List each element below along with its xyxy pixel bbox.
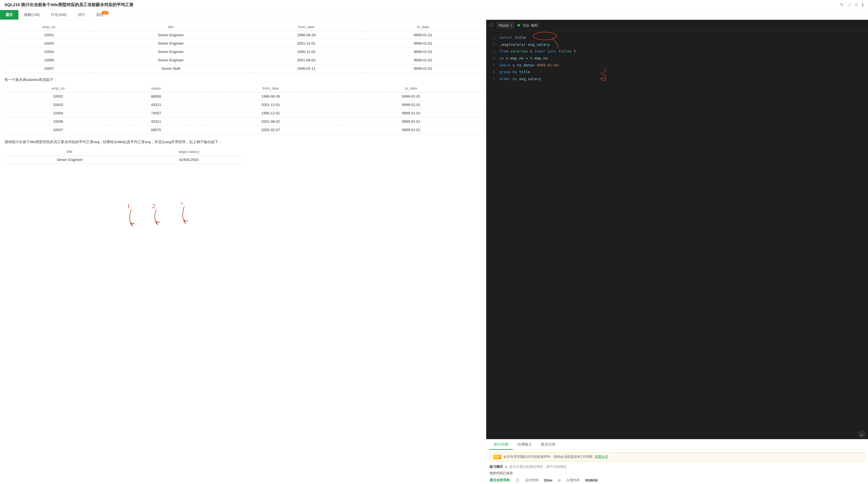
result-time-label: 运行时间 <box>525 478 538 483</box>
result-row: 通过全部用例 🕐 运行时间 32ms ⊞ 占用内存 6536KB <box>486 477 868 484</box>
col-to-date: to_date <box>365 23 482 31</box>
col-from-date: from_date <box>248 23 365 31</box>
code-line: 1select title <box>491 34 864 41</box>
left-panel: emp_no title from_date to_date 10001Seni… <box>0 20 486 484</box>
share-icon[interactable]: ⎋ <box>855 2 858 7</box>
edit-icon[interactable]: ✎ <box>840 2 843 7</box>
col2-emp-no: emp_no <box>4 85 112 92</box>
line-code: group by title <box>500 69 530 75</box>
col-title: title <box>93 23 248 31</box>
practice-tip: 提示未通过的测试用例，便于代码调试 <box>509 464 566 469</box>
saved-text: 您的代码已保存 <box>490 471 513 475</box>
result-time-value: 32ms <box>544 478 553 482</box>
result-mem-value: 6536KB <box>585 478 597 482</box>
col2-to-date: to_date <box>341 85 481 92</box>
toggle-icon[interactable]: ▾ <box>505 465 507 469</box>
new-badge: new <box>101 11 108 14</box>
tab-question[interactable]: 题目 <box>0 10 19 20</box>
table3: title avg(s.salary) Senior Engineer62409… <box>4 148 243 164</box>
table-row: 10006433112001-08-029999-01-01 <box>4 118 482 126</box>
chevron-down-icon: ▾ <box>510 24 512 27</box>
db-name: Mysql <box>499 23 508 27</box>
description: 请你统计出各个title类型对应的员工薪水对应的平均工资avg，结果给出titl… <box>4 139 482 145</box>
svg-text:2: 2 <box>152 202 155 209</box>
tab-submit-history[interactable]: 提交记录 <box>536 440 560 450</box>
code-line: 5where s.to_date='9999-01-01' <box>491 62 864 69</box>
line-code: from salaries s inner join titles t <box>500 48 576 55</box>
line-code: on s.emp_no = t.emp_no <box>500 55 548 62</box>
chevron-down-icon[interactable]: ⌄ <box>858 430 866 438</box>
main-layout: emp_no title from_date to_date 10001Seni… <box>0 20 868 484</box>
vip-banner: VIP 会员专享判题队列为您提速90%，您的会员权益还有1天到期 续费会员 <box>490 452 865 461</box>
table-row: 10004740571995-12-019999-01-01 <box>4 109 482 118</box>
star-icon[interactable]: ☆ <box>847 2 851 7</box>
result-mem-label: 占用内存 <box>566 478 580 483</box>
line-code: order by avg_salary <box>500 75 541 83</box>
table-row: 10004Senior Engineer1995-12-019999-01-01 <box>4 48 482 56</box>
section2-label: 有一个薪水表salaries简况如下： <box>4 77 482 82</box>
mem-icon: ⊞ <box>558 478 561 482</box>
col2-from-date: from_date <box>200 85 341 92</box>
info-circle-icon: ⓘ <box>490 23 493 28</box>
editor-header: ⓘ Mysql ▾ SQL 编程 <box>486 20 868 31</box>
practice-row: 练习模式 ▾ 提示未通过的测试用例，便于代码调试 <box>486 464 868 470</box>
svg-text:>: > <box>180 200 183 207</box>
clock-icon: 🕐 <box>515 478 519 482</box>
table-row: Senior Engineer62409.2500 <box>4 156 243 164</box>
line-number: 1 <box>491 34 495 41</box>
header-icons: ✎ ☆ ⎋ ℹ <box>840 2 864 7</box>
line-number: 4 <box>491 55 495 62</box>
line-number: 5 <box>491 62 495 69</box>
vip-link[interactable]: 续费会员 <box>595 454 608 459</box>
code-line: 4on s.emp_no = t.emp_no <box>491 55 864 62</box>
table2: emp_no salary from_date to_date 10001889… <box>4 85 482 134</box>
vip-tag: VIP <box>493 455 501 459</box>
col3-title: title <box>4 148 135 156</box>
table-row: 10003433112001-12-019999-01-01 <box>4 101 482 109</box>
line-code: select title <box>500 34 526 41</box>
code-line: 3from salaries s inner join titles t <box>491 48 864 55</box>
col2-salary: salary <box>112 85 200 92</box>
table-row: 10006Senior Engineer2001-08-029999-01-01 <box>4 56 482 64</box>
tab-interview[interactable]: 面经 new <box>91 10 109 20</box>
line-code: ,avg(salary) avg_salary <box>500 41 550 48</box>
tab-discuss[interactable]: 讨论(506) <box>45 10 72 20</box>
result-pass: 通过全部用例 <box>490 478 509 483</box>
code-line: 2,avg(salary) avg_salary <box>491 41 864 48</box>
db-selector[interactable]: Mysql ▾ <box>496 22 515 28</box>
line-number: 6 <box>491 69 495 75</box>
code-line: 7order by avg_salary <box>491 75 864 83</box>
line-number: 2 <box>491 41 495 48</box>
code-editor[interactable]: 3 1select title2,avg(salary) avg_salary3… <box>486 31 868 429</box>
table-row: 10007Senior Staff1996-02-119999-01-01 <box>4 64 482 73</box>
line-number: 7 <box>491 75 495 83</box>
page-title: SQL210 统计出当前各个title类型对应的员工当前薪水对应的平均工资 <box>4 2 133 7</box>
col-emp-no: emp_no <box>4 23 93 31</box>
col3-avg: avg(s.salary) <box>135 148 243 156</box>
tab-rank[interactable]: 排行 <box>72 10 91 20</box>
line-number: 3 <box>491 48 495 55</box>
saved-row: 您的代码已保存 <box>486 470 868 477</box>
bottom-tab-bar: 执行结果 自测输入 提交记录 <box>486 440 868 450</box>
table-row: 10001Senior Engineer1986-06-269999-01-01 <box>4 31 482 39</box>
annotation-svg: 1 2 > <box>98 201 209 235</box>
scroll-chevron[interactable]: ⌄ <box>486 429 868 439</box>
line-code: where s.to_date='9999-01-01' <box>500 62 561 69</box>
info-icon[interactable]: ℹ <box>862 2 864 7</box>
dot-green <box>518 24 520 27</box>
tab-solution[interactable]: 题解(138) <box>19 10 45 20</box>
vip-text: 会员专享判题队列为您提速90%，您的会员权益还有1天到期 <box>503 454 592 459</box>
right-panel: ⓘ Mysql ▾ SQL 编程 3 1select title2,avg(sa… <box>486 20 868 484</box>
table1: emp_no title from_date to_date 10001Seni… <box>4 23 482 73</box>
tab-custom-input[interactable]: 自测输入 <box>513 440 536 450</box>
sql-tab-label: SQL 编程 <box>523 23 538 28</box>
header: SQL210 统计出当前各个title类型对应的员工当前薪水对应的平均工资 ✎ … <box>0 0 868 10</box>
table-row: 10007880702002-02-079999-01-01 <box>4 126 482 134</box>
tab-result[interactable]: 执行结果 <box>490 440 513 450</box>
bottom-panel: 执行结果 自测输入 提交记录 VIP 会员专享判题队列为您提速90%，您的会员权… <box>486 439 868 484</box>
tab-bar: 题目 题解(138) 讨论(506) 排行 面经 new <box>0 10 868 20</box>
svg-text:1: 1 <box>127 202 130 209</box>
table-row: 10003Senior Engineer2001-12-019999-01-01 <box>4 39 482 48</box>
code-line: 6group by title <box>491 69 864 75</box>
practice-label: 练习模式 <box>490 464 503 469</box>
